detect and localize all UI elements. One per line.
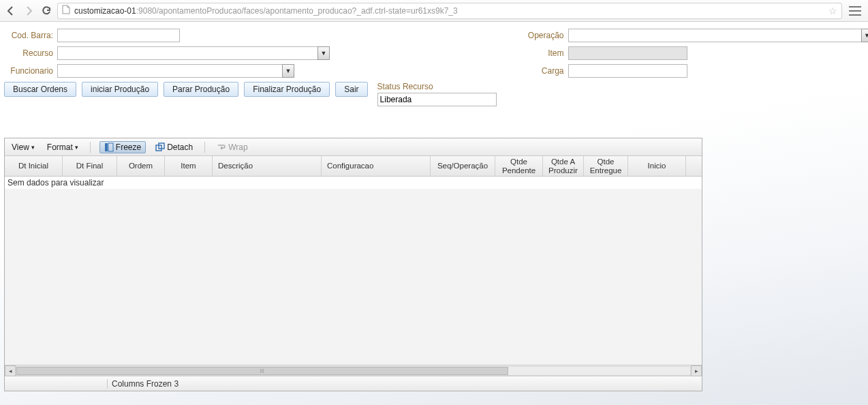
- col-qtde-a-produzir[interactable]: Qtde A Produzir: [543, 156, 584, 176]
- col-ordem[interactable]: Ordem: [117, 156, 165, 176]
- columns-frozen-label: Columns Frozen: [112, 379, 172, 389]
- sair-button[interactable]: Sair: [335, 82, 367, 97]
- svg-rect-0: [105, 143, 108, 151]
- no-data-message: Sem dados para visualizar: [5, 177, 702, 189]
- item-input: [568, 46, 687, 60]
- buscar-ordens-button[interactable]: Buscar Ordens: [4, 82, 76, 97]
- page-icon: [62, 5, 70, 16]
- operacao-dropdown-button[interactable]: ▼: [861, 29, 868, 42]
- reload-button[interactable]: [40, 4, 53, 18]
- bookmark-star-icon[interactable]: ☆: [828, 5, 837, 16]
- freeze-button[interactable]: Freeze: [99, 141, 146, 153]
- col-configuracao[interactable]: Configuracao: [322, 156, 431, 176]
- col-inicio[interactable]: Inicio: [628, 156, 686, 176]
- funcionario-input[interactable]: [57, 64, 282, 78]
- url-bar[interactable]: customizacao-01:9080/apontamentoProducao…: [57, 3, 842, 19]
- orders-panel: View▾ Format▾ Freeze Detach: [4, 138, 702, 391]
- table-header: Dt Inicial Dt Final Ordem Item Descrição…: [5, 156, 702, 177]
- scroll-thumb[interactable]: [16, 367, 508, 375]
- wrap-icon: [217, 142, 226, 152]
- parar-producao-button[interactable]: Parar Produção: [164, 82, 238, 97]
- col-item[interactable]: Item: [165, 156, 213, 176]
- item-label: Item: [514, 48, 568, 58]
- forward-button[interactable]: [22, 4, 35, 18]
- recurso-label: Recurso: [4, 48, 57, 58]
- scroll-track[interactable]: [16, 366, 691, 376]
- back-button[interactable]: [4, 4, 18, 18]
- table-toolbar: View▾ Format▾ Freeze Detach: [5, 138, 702, 156]
- columns-frozen-count: 3: [174, 379, 179, 389]
- table-body: Sem dados para visualizar: [5, 177, 702, 365]
- operacao-label: Operação: [514, 31, 568, 40]
- col-qtde-pendente[interactable]: Qtde Pendente: [495, 156, 543, 176]
- browser-toolbar: customizacao-01:9080/apontamentoProducao…: [0, 0, 868, 22]
- status-recurso-input[interactable]: [377, 93, 497, 106]
- carga-label: Carga: [514, 66, 568, 76]
- funcionario-dropdown-button[interactable]: ▼: [282, 64, 294, 78]
- url-text: customizacao-01:9080/apontamentoProducao…: [74, 6, 824, 16]
- operacao-input[interactable]: [568, 29, 861, 42]
- recurso-dropdown-button[interactable]: ▼: [317, 46, 330, 60]
- col-dt-inicial[interactable]: Dt Inicial: [5, 156, 63, 176]
- carga-input[interactable]: [568, 64, 687, 78]
- finalizar-producao-button[interactable]: Finalizar Produção: [244, 82, 330, 97]
- scroll-right-button[interactable]: ▸: [691, 365, 702, 376]
- freeze-icon: [104, 142, 114, 152]
- scroll-left-button[interactable]: ◂: [5, 365, 16, 376]
- panel-footer: Columns Frozen 3: [5, 376, 702, 391]
- iniciar-producao-button[interactable]: iniciar Produção: [82, 82, 158, 97]
- wrap-button: Wrap: [214, 141, 250, 153]
- col-spacer: [686, 156, 702, 176]
- col-dt-final[interactable]: Dt Final: [63, 156, 117, 176]
- horizontal-scrollbar[interactable]: ◂ ▸: [5, 365, 702, 376]
- status-recurso-label: Status Recurso: [377, 82, 497, 91]
- cod-barra-label: Cod. Barra:: [4, 31, 57, 40]
- funcionario-label: Funcionario: [4, 66, 57, 76]
- cod-barra-input[interactable]: [57, 29, 180, 42]
- detach-button[interactable]: Detach: [153, 141, 196, 153]
- col-qtde-entregue[interactable]: Qtde Entregue: [584, 156, 628, 176]
- view-menu[interactable]: View▾: [9, 141, 37, 153]
- col-descricao[interactable]: Descrição: [213, 156, 322, 176]
- detach-icon: [155, 142, 165, 152]
- hamburger-menu-icon[interactable]: [849, 6, 861, 16]
- format-menu[interactable]: Format▾: [44, 141, 81, 153]
- recurso-input[interactable]: [57, 46, 317, 60]
- col-seq-operacao[interactable]: Seq/Operação: [431, 156, 495, 176]
- svg-rect-1: [108, 143, 113, 151]
